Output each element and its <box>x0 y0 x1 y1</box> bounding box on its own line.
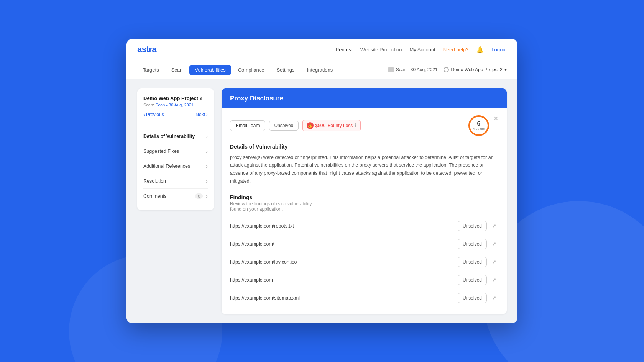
finding-url: https://example.com <box>230 277 273 283</box>
unsolved-button[interactable]: Unsolved <box>458 239 487 249</box>
vuln-title: Proxy Disclosure <box>230 95 283 102</box>
logo: astra <box>137 44 156 54</box>
vuln-header: Proxy Disclosure <box>222 88 507 108</box>
finding-url: https://example.com/favicon.ico <box>230 259 297 265</box>
unsolved-button[interactable]: Unsolved <box>458 221 487 231</box>
nav-targets[interactable]: Targets <box>137 65 164 75</box>
nav-my-account[interactable]: My Account <box>410 47 435 52</box>
project-name: Demo Web App Project 2 <box>451 67 503 72</box>
email-team-button[interactable]: Email Team <box>230 120 265 131</box>
nav-need-help[interactable]: Need help? <box>443 47 469 52</box>
nav-compliance[interactable]: Compliance <box>233 65 270 75</box>
menu-resolution[interactable]: Resolution › <box>143 174 208 189</box>
details-desc: proxy server(s) were detected or fingerp… <box>230 154 498 185</box>
menu-arrow-icon: › <box>206 163 208 169</box>
navbar-left: Targets Scan Vulnerabilities Compliance … <box>137 65 338 75</box>
project-icon <box>444 67 449 72</box>
navbar-right: Scan - 30 Aug, 2021 Demo Web App Project… <box>388 67 507 72</box>
finding-actions: Unsolved ⤢ <box>458 293 498 303</box>
action-bar: Email Team Unsolved 💰 $500 Bounty Loss ℹ <box>230 115 498 136</box>
severity-circle: 6 Medium <box>468 115 489 136</box>
menu-details[interactable]: Details of Vulnerability › <box>143 129 208 144</box>
finding-actions: Unsolved ⤢ <box>458 257 498 267</box>
action-left: Email Team Unsolved 💰 $500 Bounty Loss ℹ <box>230 120 361 131</box>
menu-references[interactable]: Additional References › <box>143 159 208 174</box>
navbar: Targets Scan Vulnerabilities Compliance … <box>127 61 518 79</box>
scan-info: Scan - 30 Aug, 2021 <box>388 67 438 72</box>
details-title: Details of Vulnerability <box>230 144 498 150</box>
expand-icon[interactable]: ⤢ <box>490 258 498 266</box>
left-card: Demo Web App Project 2 Scan: Scan - 30 A… <box>137 88 214 210</box>
status-badge[interactable]: Unsolved <box>269 121 298 131</box>
expand-icon[interactable]: ⤢ <box>490 294 498 302</box>
info-icon: ℹ <box>355 123 356 128</box>
finding-row: https://example.com/favicon.ico Unsolved… <box>230 253 498 271</box>
finding-row: https://example.com/robots.txt Unsolved … <box>230 217 498 235</box>
right-panel: Proxy Disclosure Email Team Unsolved 💰 $… <box>222 88 507 314</box>
project-title: Demo Web App Project 2 <box>143 95 208 101</box>
comments-badge: 0 <box>195 193 203 199</box>
nav-vulnerabilities[interactable]: Vulnerabilities <box>189 65 231 75</box>
unsolved-button[interactable]: Unsolved <box>458 293 487 303</box>
bounty-badge: 💰 $500 Bounty Loss ℹ <box>302 120 361 131</box>
menu-comments[interactable]: Comments 0 › <box>143 189 208 203</box>
finding-url: https://example.com/ <box>230 241 274 247</box>
expand-icon[interactable]: ⤢ <box>490 222 498 230</box>
finding-actions: Unsolved ⤢ <box>458 221 498 231</box>
finding-row: https://example.com/ Unsolved ⤢ <box>230 235 498 253</box>
chevron-left-icon: ‹ <box>143 112 145 117</box>
bounty-icon: 💰 <box>307 122 314 129</box>
findings-list: https://example.com/robots.txt Unsolved … <box>230 217 498 307</box>
chevron-down-icon: ▾ <box>504 67 507 72</box>
next-button[interactable]: Next › <box>196 112 208 117</box>
menu-arrow-icon: › <box>206 178 208 184</box>
scan-icon <box>388 67 394 72</box>
scan-date: Scan - 30 Aug, 2021 <box>396 67 438 72</box>
scan-link[interactable]: Scan - 30 Aug, 2021 <box>155 103 194 107</box>
vuln-card: Proxy Disclosure Email Team Unsolved 💰 $… <box>222 88 507 314</box>
topbar-nav: Pentest Website Protection My Account Ne… <box>336 46 507 53</box>
details-section: Details of Vulnerability proxy server(s)… <box>230 144 498 185</box>
menu-arrow-icon: › <box>206 148 208 154</box>
severity-label: Medium <box>473 127 485 131</box>
project-selector[interactable]: Demo Web App Project 2 ▾ <box>444 67 507 72</box>
expand-icon[interactable]: ⤢ <box>490 240 498 248</box>
nav-logout[interactable]: Logout <box>491 47 507 52</box>
unsolved-button[interactable]: Unsolved <box>458 257 487 267</box>
bell-icon[interactable]: 🔔 <box>476 46 484 53</box>
menu-arrow-icon: › <box>206 133 208 139</box>
severity-num: 6 <box>477 121 481 127</box>
finding-row: https://example.com Unsolved ⤢ <box>230 271 498 289</box>
prev-button[interactable]: ‹ Previous <box>143 112 164 117</box>
finding-url: https://example.com/sitemap.xml <box>230 295 300 301</box>
finding-row: https://example.com/sitemap.xml Unsolved… <box>230 289 498 307</box>
close-icon[interactable]: ✕ <box>494 115 498 121</box>
nav-pentest[interactable]: Pentest <box>336 47 353 52</box>
bounty-label: Bounty Loss <box>327 123 353 128</box>
unsolved-button[interactable]: Unsolved <box>458 275 487 285</box>
bounty-amount: $500 <box>315 123 326 128</box>
finding-actions: Unsolved ⤢ <box>458 239 498 249</box>
findings-header: Findings Review the findings of each vul… <box>230 194 498 212</box>
nav-arrows: ‹ Previous Next › <box>143 112 208 123</box>
nav-settings[interactable]: Settings <box>271 65 300 75</box>
nav-integrations[interactable]: Integrations <box>301 65 338 75</box>
left-panel: Demo Web App Project 2 Scan: Scan - 30 A… <box>137 88 214 314</box>
finding-actions: Unsolved ⤢ <box>458 275 498 285</box>
menu-fixes[interactable]: Suggested Fixes › <box>143 144 208 159</box>
menu-arrow-icon: › <box>206 193 208 199</box>
vuln-body: Email Team Unsolved 💰 $500 Bounty Loss ℹ <box>222 108 507 314</box>
nav-scan[interactable]: Scan <box>166 65 188 75</box>
findings-subtitle: Review the findings of each vulnerabilit… <box>230 201 498 212</box>
expand-icon[interactable]: ⤢ <box>490 276 498 284</box>
scan-label: Scan: Scan - 30 Aug, 2021 <box>143 103 208 107</box>
topbar: astra Pentest Website Protection My Acco… <box>127 39 518 61</box>
nav-website-protection[interactable]: Website Protection <box>360 47 402 52</box>
chevron-right-icon: › <box>206 112 208 117</box>
content-area: Demo Web App Project 2 Scan: Scan - 30 A… <box>127 79 518 324</box>
findings-title: Findings <box>230 194 498 200</box>
finding-url: https://example.com/robots.txt <box>230 223 294 229</box>
